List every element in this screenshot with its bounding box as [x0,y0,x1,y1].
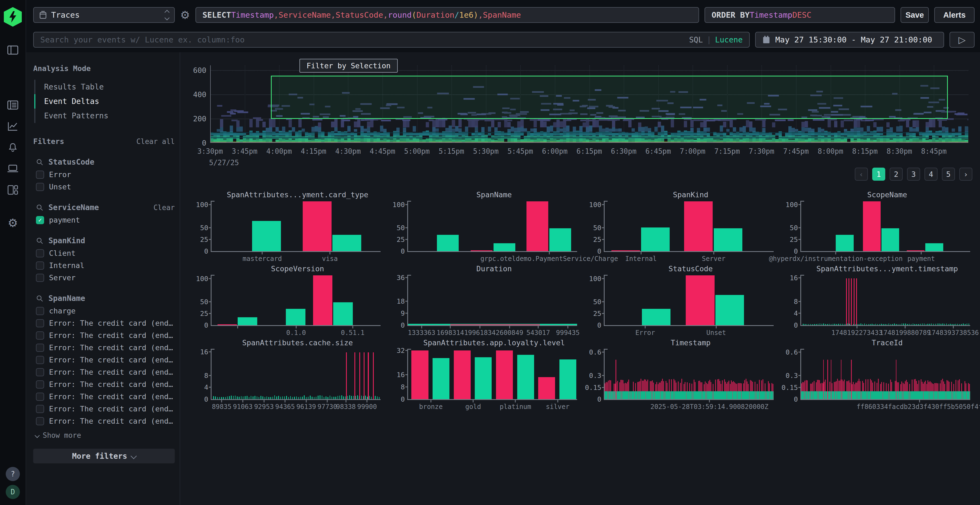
outlier-stripe[interactable] [669,379,670,391]
outlier-bar[interactable] [454,351,471,399]
filter-by-selection-tooltip[interactable]: Filter by Selection [299,59,398,73]
outlier-stripe[interactable] [731,380,732,391]
outlier-stripe[interactable] [844,380,845,391]
outlier-stripe[interactable] [662,379,663,391]
inlier-bar[interactable] [948,324,949,325]
outlier-bar[interactable] [863,201,881,251]
outlier-stripe[interactable] [762,379,763,391]
inlier-bar[interactable] [475,357,492,399]
inlier-bar[interactable] [235,395,235,399]
inlier-bar[interactable] [961,324,961,325]
filter-option[interactable]: Client [33,249,175,257]
language-toggle-lucene[interactable]: Lucene [715,35,743,44]
outlier-stripe[interactable] [710,380,710,391]
language-toggle-sql[interactable]: SQL [689,35,703,44]
inlier-bar[interactable] [375,396,375,399]
outlier-stripe[interactable] [871,380,872,391]
outlier-stripe[interactable] [734,382,735,391]
inlier-bar[interactable] [332,235,361,251]
outlier-stripe[interactable] [619,382,620,391]
outlier-stripe[interactable] [859,379,859,391]
checkbox-unchecked[interactable] [36,356,44,364]
outlier-bar[interactable] [538,377,555,399]
outlier-bar[interactable] [360,353,360,399]
outlier-stripe[interactable] [725,382,726,391]
pagination-page-5[interactable]: 5 [942,168,955,181]
outlier-stripe[interactable] [739,383,740,391]
inlier-bar[interactable] [891,324,891,325]
outlier-stripe[interactable] [947,380,947,391]
inlier-bar[interactable] [367,397,368,399]
inlier-bar[interactable] [861,324,861,325]
inlier-bar[interactable] [883,324,883,325]
outlier-stripe[interactable] [948,381,948,391]
inlier-bar[interactable] [247,396,247,399]
inlier-bar[interactable] [956,324,956,325]
inlier-bar[interactable] [816,324,816,325]
outlier-stripe[interactable] [940,383,940,391]
outlier-stripe[interactable] [881,382,882,391]
outlier-bar[interactable] [471,250,493,251]
outlier-stripe[interactable] [755,382,756,391]
outlier-stripe[interactable] [801,383,802,391]
inlier-bar[interactable] [290,396,291,399]
inlier-bar[interactable] [963,324,963,325]
outlier-stripe[interactable] [918,380,919,391]
outlier-stripe[interactable] [687,382,687,391]
inlier-bar[interactable] [318,395,318,399]
outlier-bar[interactable] [364,353,364,399]
inlier-bar[interactable] [292,397,293,399]
outlier-stripe[interactable] [651,381,652,391]
outlier-stripe[interactable] [829,382,830,391]
outlier-stripe[interactable] [802,382,803,391]
checkbox-unchecked[interactable] [36,405,44,413]
event-deltas-heatmap[interactable]: 0200400600 3:30pm3:45pm4:00pm4:15pm4:30p… [210,65,968,143]
inlier-bar[interactable] [219,397,220,399]
inlier-bar[interactable] [276,397,277,399]
pagination-page-4[interactable]: 4 [924,168,937,181]
outlier-bar[interactable] [346,353,347,399]
inlier-bar[interactable] [300,397,301,399]
outlier-bar[interactable] [303,201,332,251]
inlier-bar[interactable] [351,396,352,399]
inlier-band[interactable] [801,391,970,399]
outlier-stripe[interactable] [748,384,749,391]
outlier-bar[interactable] [896,360,896,399]
outlier-stripe[interactable] [886,383,887,391]
inlier-bar[interactable] [642,309,671,325]
inlier-bar[interactable] [249,397,249,399]
inlier-bar[interactable] [928,324,928,325]
inlier-bar[interactable] [286,396,286,399]
inlier-bar[interactable] [269,397,269,399]
inlier-bar[interactable] [339,395,340,399]
outlier-stripe[interactable] [958,380,958,391]
outlier-stripe[interactable] [768,381,769,391]
pagination-page-3[interactable]: 3 [907,168,920,181]
outlier-stripe[interactable] [640,381,640,392]
outlier-stripe[interactable] [617,381,618,392]
outlier-bar[interactable] [218,324,237,325]
outlier-stripe[interactable] [822,383,822,391]
bell-icon[interactable] [6,140,20,154]
inlier-bar[interactable] [280,397,281,399]
outlier-bar[interactable] [684,201,713,251]
outlier-stripe[interactable] [666,381,667,392]
outlier-stripe[interactable] [941,380,942,391]
outlier-stripe[interactable] [642,381,643,391]
outlier-stripe[interactable] [752,382,753,391]
inlier-bar[interactable] [302,397,302,399]
inlier-bar[interactable] [308,397,309,399]
outlier-bar[interactable] [616,360,616,399]
outlier-stripe[interactable] [644,379,645,391]
outlier-stripe[interactable] [718,379,719,391]
outlier-stripe[interactable] [706,383,707,391]
inlier-bar[interactable] [877,324,878,325]
outlier-stripe[interactable] [759,380,760,391]
outlier-stripe[interactable] [738,383,738,391]
outlier-stripe[interactable] [765,383,765,391]
outlier-stripe[interactable] [820,383,821,392]
outlier-stripe[interactable] [673,379,674,391]
inlier-bar[interactable] [931,324,932,325]
outlier-stripe[interactable] [699,381,700,391]
outlier-stripe[interactable] [843,381,844,391]
